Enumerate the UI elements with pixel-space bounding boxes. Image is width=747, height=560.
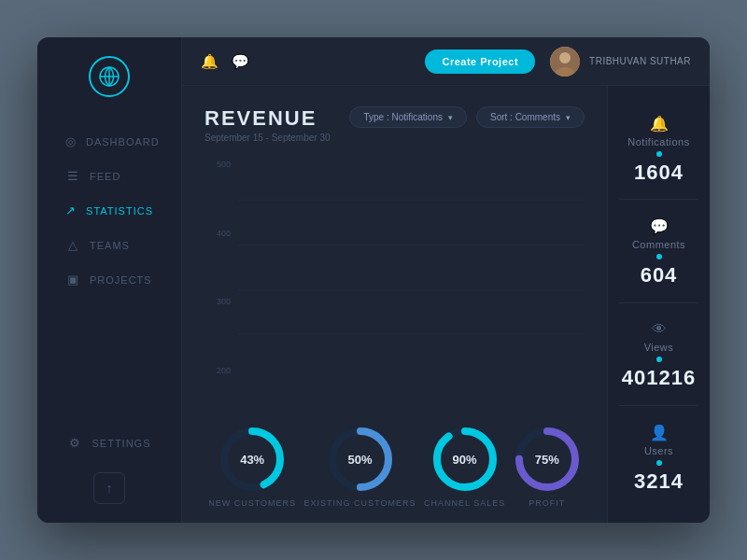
settings-label: Settings — [92, 438, 150, 449]
chart-header: REVENUE September 15 - September 30 Type… — [204, 106, 585, 143]
sort-filter[interactable]: Sort : Comments — [476, 106, 585, 128]
user-profile[interactable]: Tribhuvan Suthar — [550, 47, 691, 77]
svg-point-4 — [559, 52, 571, 63]
metric-name-existing-customers: EXISTING CUSTOMERS — [304, 498, 416, 508]
stat-label-comments: Comments — [632, 239, 685, 250]
stat-icon-notifications: 🔔 — [650, 115, 669, 133]
stat-views: 👁 Views 401216 — [619, 307, 698, 406]
stat-comments: 💬 Comments 604 — [619, 203, 698, 302]
metric-channel-sales: 90% CHANNEL SALES — [424, 426, 505, 508]
stat-icon-comments: 💬 — [650, 217, 669, 235]
stat-dot-notifications — [656, 151, 662, 157]
stat-notifications: 🔔 Notifications 1604 — [619, 101, 698, 200]
donut-channel-sales: 90% — [431, 426, 499, 493]
donut-label-channel-sales: 90% — [453, 453, 477, 467]
chart-svg — [238, 156, 585, 379]
projects-icon: ▣ — [65, 273, 80, 287]
donut-label-new-customers: 43% — [240, 453, 264, 467]
sidebar-item-teams[interactable]: △ Teams — [45, 229, 174, 261]
chart-title: REVENUE — [204, 106, 349, 131]
donut-label-existing-customers: 50% — [348, 453, 373, 467]
chart-filters: Type : Notifications Sort : Comments — [349, 106, 585, 128]
share-button[interactable]: ↑ — [93, 472, 125, 504]
statistics-icon: ↗ — [65, 203, 77, 217]
stat-icon-views: 👁 — [652, 321, 667, 338]
donut-label-profit: 75% — [535, 453, 559, 467]
sidebar-item-label: Feed — [90, 171, 120, 182]
donut-existing-customers: 50% — [327, 426, 394, 493]
settings-icon: ⚙ — [67, 436, 82, 450]
sidebar-item-settings[interactable]: ⚙ Settings — [47, 428, 171, 457]
stat-value-comments: 604 — [641, 263, 678, 287]
sidebar-item-feed[interactable]: ☰ Feed — [45, 160, 174, 192]
stat-dot-views — [656, 357, 662, 362]
sidebar-item-dashboard[interactable]: ◎ Dashboard — [45, 125, 174, 158]
feed-icon: ☰ — [65, 169, 80, 183]
metric-existing-customers: 50% EXISTING CUSTOMERS — [304, 426, 416, 508]
sidebar: ◎ Dashboard ☰ Feed ↗ Statistics △ Teams … — [37, 37, 182, 523]
logo[interactable] — [89, 56, 130, 97]
avatar — [550, 47, 580, 77]
dashboard-icon: ◎ — [65, 134, 77, 148]
create-project-button[interactable]: Create Project — [425, 49, 535, 74]
chart-title-block: REVENUE September 15 - September 30 — [204, 106, 349, 143]
header-icons: 🔔 💬 — [201, 53, 249, 70]
y-label-200: 200 — [204, 366, 231, 375]
filter1-label: Type : Notifications — [363, 112, 442, 122]
type-filter[interactable]: Type : Notifications — [349, 106, 466, 128]
teams-icon: △ — [65, 238, 80, 252]
chart-section: REVENUE September 15 - September 30 Type… — [182, 86, 607, 523]
chart-subtitle: September 15 - September 30 — [204, 133, 349, 143]
content-area: REVENUE September 15 - September 30 Type… — [182, 86, 710, 523]
main-content: 🔔 💬 Create Project Tribhuvan Suthar — [182, 37, 710, 523]
sidebar-item-label: Statistics — [86, 205, 153, 217]
sidebar-item-projects[interactable]: ▣ Projects — [45, 263, 174, 296]
stat-dot-users — [656, 460, 662, 466]
stat-label-views: Views — [644, 342, 674, 353]
stat-users: 👤 Users 3214 — [619, 410, 698, 508]
metric-new-customers: 43% NEW CUSTOMERS — [208, 426, 296, 508]
sidebar-item-label: Projects — [90, 274, 152, 286]
stat-value-views: 401216 — [622, 366, 696, 390]
chat-icon[interactable]: 💬 — [232, 53, 249, 70]
metric-name-channel-sales: CHANNEL SALES — [424, 498, 505, 508]
stat-label-notifications: Notifications — [627, 136, 689, 147]
stat-dot-comments — [656, 254, 662, 259]
metric-name-profit: PROFIT — [529, 498, 565, 508]
y-label-300: 300 — [204, 297, 231, 306]
metric-profit: 75% PROFIT — [514, 426, 581, 508]
donut-profit: 75% — [514, 426, 581, 493]
username-label: Tribhuvan Suthar — [589, 56, 691, 66]
metric-name-new-customers: NEW CUSTOMERS — [208, 498, 296, 508]
stats-panel: 🔔 Notifications 1604 💬 Comments 604 👁 Vi… — [607, 86, 710, 523]
donut-new-customers: 43% — [218, 426, 286, 493]
filter2-label: Sort : Comments — [490, 112, 560, 122]
stat-value-users: 3214 — [634, 469, 684, 494]
share-icon: ↑ — [106, 481, 112, 496]
sidebar-item-statistics[interactable]: ↗ Statistics — [45, 194, 174, 227]
chart-wrapper: 200 300 400 500 — [204, 156, 585, 416]
y-axis-labels: 200 300 400 500 — [204, 156, 231, 379]
nav-list: ◎ Dashboard ☰ Feed ↗ Statistics △ Teams … — [37, 125, 181, 428]
y-label-500: 500 — [204, 160, 231, 169]
chart-area — [238, 156, 585, 379]
dashboard: ◎ Dashboard ☰ Feed ↗ Statistics △ Teams … — [37, 37, 710, 523]
notification-bell-icon[interactable]: 🔔 — [201, 53, 218, 70]
stat-value-notifications: 1604 — [634, 161, 684, 185]
sidebar-item-label: Dashboard — [86, 136, 160, 147]
bottom-metrics: 43% NEW CUSTOMERS 50% EXISTING CUSTOMERS… — [204, 426, 585, 508]
y-label-400: 400 — [204, 229, 231, 238]
stat-label-users: Users — [644, 445, 673, 456]
sidebar-item-label: Teams — [90, 240, 130, 251]
sidebar-bottom: ⚙ Settings ↑ — [47, 428, 171, 504]
header: 🔔 💬 Create Project Tribhuvan Suthar — [182, 37, 710, 86]
stat-icon-users: 👤 — [650, 424, 669, 441]
